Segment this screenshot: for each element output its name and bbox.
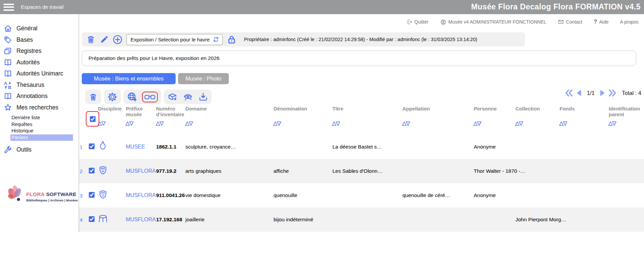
hamburger-menu-icon[interactable] [3, 2, 14, 12]
column-header-titre: Titre △▽ [331, 104, 401, 127]
sidebar-subitem-paniers[interactable]: Paniers [10, 134, 73, 141]
main-content: Exposition / Selection pour le havre Pro… [79, 0, 644, 258]
table-row: 1 MUSEE 1862.1.1 sculpture, croyance… La… [79, 135, 644, 159]
column-header-numero-inventaire: Numéro d'inventaire △▽ [155, 104, 184, 127]
sort-arrows[interactable]: △▽ [184, 120, 273, 126]
sidebar-item-autorites[interactable]: Autorités [0, 57, 79, 68]
glasses-icon[interactable] [144, 93, 155, 101]
stack-icon [3, 46, 12, 56]
record-link[interactable]: MUSEE [125, 144, 155, 150]
sort-arrows[interactable]: △▽ [473, 120, 514, 126]
sidebar-item-bases[interactable]: Bases [0, 34, 79, 46]
column-header-discipline: Discipline △▽ [97, 104, 125, 127]
sort-arrows[interactable]: △▽ [401, 120, 473, 126]
column-header-domaine: Domaine △▽ [184, 104, 273, 127]
highlight-glasses [142, 92, 158, 102]
basket-selector[interactable]: Exposition / Selection pour le havre [127, 34, 223, 45]
globe-upload-icon[interactable] [127, 92, 137, 102]
stool-icon [98, 214, 108, 224]
edit-basket-icon[interactable] [100, 35, 109, 44]
tab-musee-photo[interactable]: Musée : Photo [178, 73, 228, 84]
trash-icon [88, 92, 98, 102]
prev-page-icon[interactable] [575, 89, 583, 97]
sidebar-item-thesaurus[interactable]: AB Thesaurus [0, 79, 79, 91]
column-header-personne: Personne △▽ [473, 104, 514, 127]
next-page-icon[interactable] [598, 89, 606, 97]
last-page-icon[interactable] [608, 89, 617, 97]
view-mode-group [123, 90, 161, 104]
column-header-denomination: Dénomination △▽ [273, 104, 331, 127]
tag-icon [3, 35, 12, 44]
record-link[interactable]: MUSFLORA [125, 217, 155, 223]
column-header-appellation: Appellation △▽ [401, 104, 473, 127]
svg-text:A: A [4, 81, 7, 86]
row-checkbox[interactable] [89, 168, 95, 173]
sidebar-item-annotations[interactable]: Annotations [0, 91, 79, 102]
sidebar: Général Bases Registres Autorités Autori… [0, 14, 79, 232]
lock-icon[interactable] [226, 34, 237, 45]
sort-arrows[interactable]: △▽ [125, 120, 155, 126]
sidebar-subitem-historique[interactable]: Historique [10, 128, 73, 134]
brand-software: SOFTWARE [46, 191, 76, 197]
sidebar-item-outils[interactable]: Outils [0, 144, 79, 156]
horus-eye-icon[interactable] [182, 92, 193, 102]
sort-arrows[interactable]: △▽ [514, 120, 559, 126]
result-tabs: Musée : Biens et ensembles Musée : Photo [82, 73, 229, 84]
sidebar-item-mes-recherches[interactable]: Mes recherches [0, 102, 79, 114]
book-icon [3, 92, 12, 101]
select-all-checkbox[interactable] [90, 116, 96, 122]
flora-software-logo: FLORA SOFTWARE Bibliothèques | Archives … [6, 180, 83, 202]
home-icon [3, 24, 12, 33]
crest-icon [98, 189, 108, 200]
first-page-icon[interactable] [565, 89, 573, 97]
svg-text:B: B [8, 85, 11, 90]
flora-flower-icon [6, 180, 24, 202]
vase-icon [98, 141, 108, 152]
pagination: 1/1 Total : 4 [565, 89, 641, 97]
export-box-icon[interactable] [167, 92, 178, 102]
basket-description-input[interactable]: Préparation des prêts pour Le Havre, exp… [82, 51, 636, 66]
crest-icon [98, 165, 108, 176]
settings-button[interactable] [104, 90, 121, 104]
basket-toolbar: Exposition / Selection pour le havre Pro… [82, 32, 525, 46]
record-link[interactable]: MUSFLORA [125, 168, 155, 174]
delete-basket-icon[interactable] [86, 34, 96, 44]
column-header-select-all [88, 104, 97, 127]
sidebar-subitem-derniere-liste[interactable]: Dernière liste [10, 115, 73, 121]
sort-alpha-icon: AB [3, 80, 12, 90]
owner-info: Propriétaire : adminfonc (Créé le : 21/0… [244, 37, 477, 42]
workspace-label: Espaces de travail [21, 4, 64, 10]
brand-tagline: Bibliothèques | Archives | Musées [26, 198, 78, 202]
row-checkbox[interactable] [89, 216, 95, 222]
column-header-identification-parent: Identification parent △▽ [608, 104, 644, 127]
download-icon[interactable] [198, 92, 208, 102]
sort-arrows[interactable]: △▽ [97, 120, 125, 126]
record-link[interactable]: MUSFLORA [125, 192, 155, 198]
sort-arrows[interactable]: △▽ [608, 120, 644, 126]
brand-flora: FLORA [26, 191, 44, 197]
column-header-prefixe-musee: Préfixe musée △▽ [125, 104, 155, 127]
sort-arrows[interactable]: △▽ [155, 120, 184, 126]
delete-selection-button[interactable] [85, 90, 101, 104]
column-header-fonds: Fonds △▽ [559, 104, 608, 127]
gear-icon [107, 92, 117, 102]
book-icon [3, 58, 12, 67]
star-icon [3, 103, 12, 112]
sort-arrows[interactable]: △▽ [331, 120, 401, 126]
sidebar-item-registres[interactable]: Registres [0, 45, 79, 57]
sidebar-item-general[interactable]: Général [0, 23, 79, 34]
list-toolbar [85, 90, 212, 104]
sort-arrows[interactable]: △▽ [559, 120, 608, 126]
table-header: Discipline △▽ Préfixe musée △▽ Numéro d'… [79, 104, 644, 127]
sort-arrows[interactable]: △▽ [273, 120, 331, 126]
refresh-icon[interactable] [213, 36, 219, 43]
sidebar-item-autorites-unimarc[interactable]: Autorités Unimarc [0, 68, 79, 79]
table-row: 4 MUSFLORA 17.192.168 joaillerie bijou i… [79, 207, 644, 232]
tab-musee-biens-et-ensembles[interactable]: Musée : Biens et ensembles [82, 73, 176, 84]
row-checkbox[interactable] [89, 143, 95, 149]
sidebar-subitem-requetes[interactable]: Requêtes [10, 121, 73, 128]
export-tools-group [164, 90, 212, 104]
wrench-icon [3, 145, 12, 154]
add-basket-icon[interactable] [112, 34, 123, 45]
row-checkbox[interactable] [89, 192, 95, 198]
